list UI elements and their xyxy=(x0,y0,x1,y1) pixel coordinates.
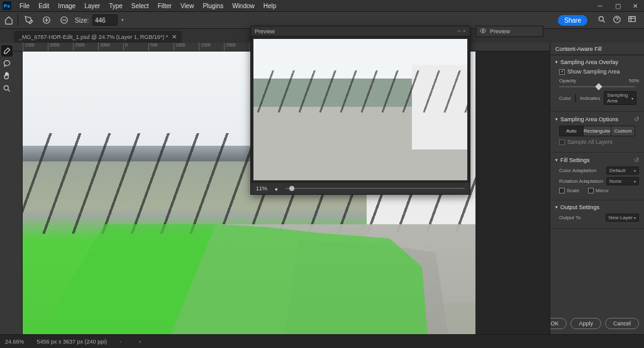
sampling-options-header[interactable]: ▾Sampling Area Options↺ xyxy=(555,116,639,122)
lasso-tool-icon[interactable] xyxy=(1,58,13,69)
search-icon[interactable] xyxy=(597,15,608,25)
share-button[interactable]: Share xyxy=(558,15,587,26)
ruler-tick: 2000 xyxy=(48,43,73,51)
preview-zoom-value[interactable]: 11% xyxy=(256,185,267,192)
slider-thumb-icon[interactable] xyxy=(289,186,294,191)
subtract-overlay-icon[interactable] xyxy=(57,13,71,27)
rot-adapt-dropdown[interactable]: None▾ xyxy=(606,177,639,185)
ruler-tick: 500 xyxy=(148,43,174,51)
sampling-overlay-header[interactable]: ▾Sampling Area Overlay xyxy=(555,59,639,65)
chevron-down-icon: ▾ xyxy=(555,60,558,65)
home-icon[interactable] xyxy=(4,15,14,25)
output-to-label: Output To xyxy=(559,215,581,220)
sampling-custom-button[interactable]: Custom xyxy=(611,126,635,136)
menu-help[interactable]: Help xyxy=(259,1,281,11)
checkbox-icon xyxy=(559,188,565,193)
menu-type[interactable]: Type xyxy=(104,1,127,11)
slider-thumb-icon[interactable] xyxy=(596,83,602,90)
vertical-ruler xyxy=(14,52,23,334)
show-sampling-checkbox[interactable]: Show Sampling Area xyxy=(559,68,639,75)
ok-button[interactable]: OK xyxy=(550,318,567,329)
ruler-tick: 1500 xyxy=(23,43,48,51)
zoom-level[interactable]: 24.66% xyxy=(5,339,25,345)
window-minimize-icon[interactable]: ─ xyxy=(591,0,609,11)
hand-tool-icon[interactable] xyxy=(1,70,13,82)
menu-select[interactable]: Select xyxy=(127,1,153,11)
ruler-tick: 3000 xyxy=(98,43,123,51)
svg-point-6 xyxy=(482,30,484,32)
close-tab-icon[interactable]: ✕ xyxy=(172,33,177,40)
overlay-color-swatch[interactable] xyxy=(575,94,576,102)
opacity-value[interactable]: 50% xyxy=(624,78,639,84)
indicates-dropdown[interactable]: Sampling Area▾ xyxy=(604,91,636,105)
brush-size-input[interactable] xyxy=(92,14,118,26)
preview-canvas[interactable] xyxy=(251,36,470,183)
chevron-right-icon[interactable]: › xyxy=(119,339,121,345)
menu-view[interactable]: View xyxy=(176,1,199,11)
menu-plugins[interactable]: Plugins xyxy=(198,1,228,11)
chevron-down-icon: ▾ xyxy=(555,205,558,210)
size-dropdown-icon[interactable]: ▾ xyxy=(121,18,124,23)
sampling-rectangular-button[interactable]: Rectangular xyxy=(583,126,611,136)
help-icon[interactable] xyxy=(613,15,623,25)
color-label: Color xyxy=(559,95,571,101)
properties-panel: Content-Aware Fill ▾Sampling Area Overla… xyxy=(550,43,644,334)
sample-all-layers-checkbox[interactable]: Sample All Layers xyxy=(559,139,639,145)
zoom-tool-icon[interactable] xyxy=(1,83,13,94)
zoom-slider-dot-icon: ◆ xyxy=(275,187,278,191)
svg-rect-4 xyxy=(629,16,636,21)
menu-layer[interactable]: Layer xyxy=(80,1,104,11)
sampling-brush-tool-icon[interactable] xyxy=(1,45,13,57)
ruler-tick: 2500 xyxy=(73,43,98,51)
brush-tool-icon[interactable] xyxy=(22,13,36,27)
docked-preview-tab[interactable]: Preview xyxy=(475,26,543,37)
preview-zoom-slider[interactable] xyxy=(286,188,465,189)
document-tab[interactable]: _MG_6787-HDR-Edit_1.psd @ 24.7% (Layer 1… xyxy=(14,31,182,43)
reset-icon[interactable]: ↺ xyxy=(634,156,639,163)
panel-menu-icon[interactable]: ≡ xyxy=(463,28,466,34)
document-tab-title: _MG_6787-HDR-Edit_1.psd @ 24.7% (Layer 1… xyxy=(19,34,168,40)
window-restore-icon[interactable]: ▢ xyxy=(609,0,626,11)
preview-title: Preview xyxy=(255,28,275,35)
color-adapt-dropdown[interactable]: Default▾ xyxy=(606,166,639,175)
svg-point-2 xyxy=(599,16,603,21)
window-close-icon[interactable]: ✕ xyxy=(626,0,644,11)
output-settings-header[interactable]: ▾Output Settings xyxy=(555,204,639,210)
indicates-label: Indicates xyxy=(580,95,600,101)
workspace-icon[interactable] xyxy=(628,15,638,25)
preview-panel[interactable]: Preview ››≡ 11% ◆ xyxy=(250,26,470,195)
ruler-tick: 0 xyxy=(123,43,148,51)
color-adapt-label: Color Adaptation xyxy=(559,168,596,173)
collapse-icon[interactable]: ›› xyxy=(457,28,460,34)
sampling-auto-button[interactable]: Auto xyxy=(560,126,583,136)
app-logo: Ps xyxy=(3,1,11,10)
size-label: Size: xyxy=(75,17,89,24)
apply-button[interactable]: Apply xyxy=(570,318,601,329)
svg-point-5 xyxy=(4,85,8,90)
opacity-slider[interactable] xyxy=(559,86,635,87)
eye-icon xyxy=(480,28,486,35)
chevron-down-icon: ▾ xyxy=(555,117,558,122)
output-to-dropdown[interactable]: New Layer▾ xyxy=(606,214,639,222)
reset-icon[interactable]: ↺ xyxy=(634,116,639,122)
chevron-left-icon[interactable]: ‹ xyxy=(139,339,141,345)
scale-checkbox[interactable]: Scale xyxy=(559,188,579,193)
ruler-tick: 1000 xyxy=(174,43,199,51)
chevron-down-icon: ▾ xyxy=(634,168,636,173)
chevron-down-icon: ▾ xyxy=(555,158,558,163)
rot-adapt-label: Rotation Adaptation xyxy=(559,178,603,184)
menu-filter[interactable]: Filter xyxy=(153,1,176,11)
menu-window[interactable]: Window xyxy=(228,1,259,11)
checkbox-icon xyxy=(588,188,594,193)
menu-edit[interactable]: Edit xyxy=(34,1,53,11)
window-controls: ─ ▢ ✕ xyxy=(591,0,644,11)
menu-file[interactable]: File xyxy=(15,1,34,11)
cancel-button[interactable]: Cancel xyxy=(605,318,639,329)
doc-dimensions: 5456 px x 3637 px (240 ppi) xyxy=(37,339,108,345)
fill-settings-header[interactable]: ▾Fill Settings↺ xyxy=(555,156,639,163)
chevron-down-icon: ▾ xyxy=(634,179,636,183)
mirror-checkbox[interactable]: Mirror xyxy=(588,188,609,193)
add-overlay-icon[interactable] xyxy=(40,13,53,27)
chevron-down-icon: ▾ xyxy=(634,215,636,220)
menu-image[interactable]: Image xyxy=(53,1,80,11)
